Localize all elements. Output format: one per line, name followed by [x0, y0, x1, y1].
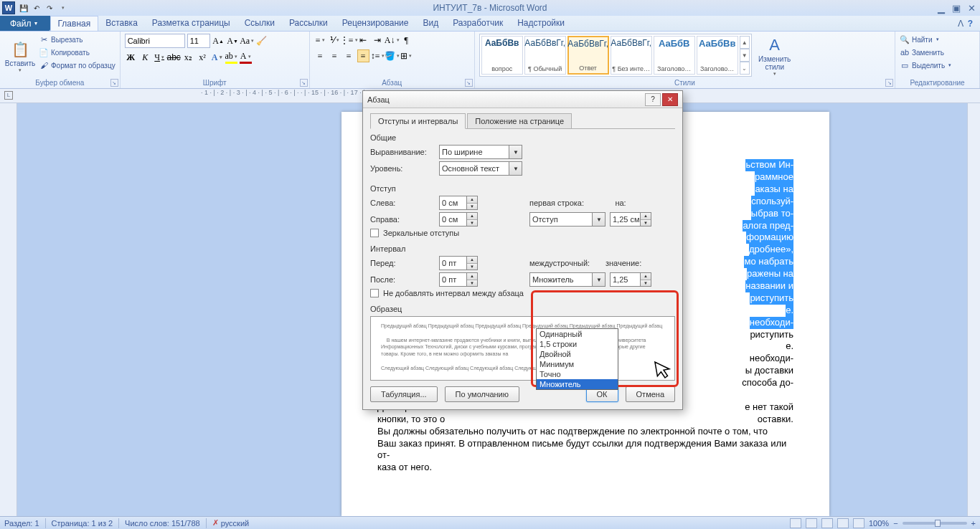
- font-launcher[interactable]: ↘: [300, 79, 308, 87]
- show-marks[interactable]: ¶: [400, 34, 413, 47]
- close-button[interactable]: ✕: [968, 3, 976, 14]
- shading[interactable]: 🪣: [386, 49, 398, 62]
- by2-input[interactable]: 1,25▲▼: [610, 272, 651, 287]
- alignment-combo[interactable]: По ширине▼: [439, 145, 522, 159]
- bold[interactable]: Ж: [125, 51, 137, 64]
- styles-launcher[interactable]: ↘: [885, 79, 893, 87]
- qa-undo[interactable]: ↶: [31, 2, 42, 14]
- justify[interactable]: ≡: [357, 49, 369, 62]
- help-icon[interactable]: ?: [968, 19, 973, 29]
- superscript[interactable]: x²: [197, 51, 209, 64]
- v-ruler[interactable]: [0, 103, 17, 516]
- view-outline[interactable]: [837, 518, 849, 528]
- tab-mail[interactable]: Рассылки: [282, 16, 335, 31]
- firstline-combo[interactable]: Отступ▼: [529, 212, 606, 227]
- change-case[interactable]: Aa: [241, 34, 253, 47]
- dialog-close[interactable]: ✕: [662, 93, 678, 106]
- find-button[interactable]: 🔍Найти▾: [900, 34, 951, 45]
- underline[interactable]: Ч: [154, 51, 166, 64]
- style-item-4[interactable]: АаБбВЗаголово…: [654, 36, 695, 75]
- dialog-help[interactable]: ?: [645, 93, 661, 106]
- text-effects[interactable]: A: [211, 51, 223, 64]
- borders[interactable]: ⊞: [400, 49, 413, 62]
- clear-format[interactable]: 🧹: [255, 34, 268, 47]
- subscript[interactable]: x₂: [182, 51, 194, 64]
- zoom-value[interactable]: 100%: [869, 519, 889, 528]
- tabs-button[interactable]: Табуляция...: [370, 386, 438, 402]
- mirror-check[interactable]: [370, 229, 379, 237]
- file-tab[interactable]: Файл: [0, 16, 50, 31]
- view-draft[interactable]: [853, 518, 864, 528]
- tab-insert[interactable]: Вставка: [98, 16, 145, 31]
- multilevel[interactable]: ⋮≡: [343, 34, 355, 47]
- sort[interactable]: A↓: [386, 34, 398, 47]
- tab-view[interactable]: Вид: [415, 16, 446, 31]
- dd-item-5[interactable]: Множитель: [537, 379, 618, 389]
- paragraph-launcher[interactable]: ↘: [465, 79, 473, 87]
- line-spacing[interactable]: ↕≡: [372, 49, 384, 62]
- dec-indent[interactable]: ⇤: [357, 34, 369, 47]
- gallery-scroll[interactable]: ▲▼⌄: [740, 36, 750, 75]
- sb-words[interactable]: Число слов: 151/788: [125, 519, 200, 528]
- qa-save[interactable]: 💾: [18, 2, 29, 14]
- cut-button[interactable]: ✂Вырезать: [39, 34, 116, 45]
- copy-button[interactable]: 📄Копировать: [39, 47, 116, 58]
- ribbon-min-icon[interactable]: ᐱ: [958, 19, 963, 29]
- view-web[interactable]: [821, 518, 833, 528]
- align-right[interactable]: ≡: [343, 49, 355, 62]
- paste-button[interactable]: 📋 Вставить ▾: [4, 34, 36, 78]
- before-input[interactable]: 0 пт▲▼: [439, 256, 478, 270]
- style-item-3[interactable]: АаБбВвГг,¶ Без инте…: [611, 36, 652, 75]
- tab-addins[interactable]: Надстройки: [510, 16, 572, 31]
- inc-indent[interactable]: ⇥: [372, 34, 384, 47]
- sb-page[interactable]: Страница: 1 из 2: [52, 519, 113, 528]
- grow-font[interactable]: A▲: [212, 34, 225, 47]
- line-spacing-dropdown[interactable]: Одинарный 1,5 строки Двойной Минимум Точ…: [536, 328, 618, 390]
- dd-item-3[interactable]: Минимум: [537, 359, 618, 369]
- zoom-in[interactable]: +: [971, 519, 976, 528]
- styles-gallery[interactable]: АаБбВввопрос АаБбВвГг,¶ Обычный АаБбВвГг…: [479, 34, 752, 77]
- tab-review[interactable]: Рецензирование: [335, 16, 416, 31]
- by1-input[interactable]: 1,25 см▲▼: [610, 212, 651, 227]
- style-item-1[interactable]: АаБбВвГг,¶ Обычный: [524, 36, 566, 75]
- highlight-color[interactable]: ab: [225, 51, 237, 64]
- zoom-out[interactable]: −: [893, 519, 897, 528]
- dd-item-4[interactable]: Точно: [537, 369, 618, 379]
- sb-section[interactable]: Раздел: 1: [4, 519, 39, 528]
- maximize-button[interactable]: ▣: [952, 3, 961, 14]
- replace-button[interactable]: abЗаменить: [900, 47, 951, 58]
- sb-lang[interactable]: русский: [221, 519, 249, 528]
- after-input[interactable]: 0 пт▲▼: [439, 272, 478, 287]
- dialog-tab-indent[interactable]: Отступы и интервалы: [370, 113, 466, 129]
- font-size-combo[interactable]: 11: [187, 34, 210, 48]
- format-painter-button[interactable]: 🖌Формат по образцу: [39, 59, 116, 71]
- align-center[interactable]: ≡: [329, 49, 341, 62]
- italic[interactable]: К: [139, 51, 151, 64]
- cancel-button[interactable]: Отмена: [626, 386, 675, 402]
- default-button[interactable]: По умолчанию: [445, 386, 519, 402]
- dd-item-1[interactable]: 1,5 строки: [537, 339, 618, 349]
- tab-home[interactable]: Главная: [50, 16, 99, 31]
- dialog-titlebar[interactable]: Абзац ? ✕: [363, 91, 682, 108]
- bullets[interactable]: ≡: [314, 34, 326, 47]
- font-color[interactable]: A: [240, 51, 252, 64]
- left-input[interactable]: 0 см▲▼: [439, 196, 478, 210]
- proof-icon[interactable]: ✗: [212, 518, 219, 528]
- noadd-check[interactable]: [370, 289, 379, 297]
- change-styles-button[interactable]: A Изменить стили ▾: [755, 34, 795, 78]
- qa-customize[interactable]: [57, 2, 68, 14]
- tab-layout[interactable]: Разметка страницы: [145, 16, 237, 31]
- zoom-slider[interactable]: [903, 522, 967, 525]
- level-combo[interactable]: Основной текст▼: [439, 161, 522, 176]
- numbering[interactable]: ⅟: [329, 34, 341, 47]
- font-name-combo[interactable]: Calibri: [125, 34, 185, 48]
- clipboard-launcher[interactable]: ↘: [110, 79, 118, 87]
- shrink-font[interactable]: A▼: [227, 34, 239, 47]
- line-combo[interactable]: Множитель▼: [529, 272, 606, 287]
- style-item-2[interactable]: АаБбВвГг,Ответ: [567, 36, 609, 75]
- dd-item-2[interactable]: Двойной: [537, 349, 618, 359]
- qa-redo[interactable]: ↷: [44, 2, 55, 14]
- right-input[interactable]: 0 см▲▼: [439, 212, 478, 227]
- tab-refs[interactable]: Ссылки: [237, 16, 282, 31]
- select-button[interactable]: ▭Выделить▾: [900, 59, 951, 71]
